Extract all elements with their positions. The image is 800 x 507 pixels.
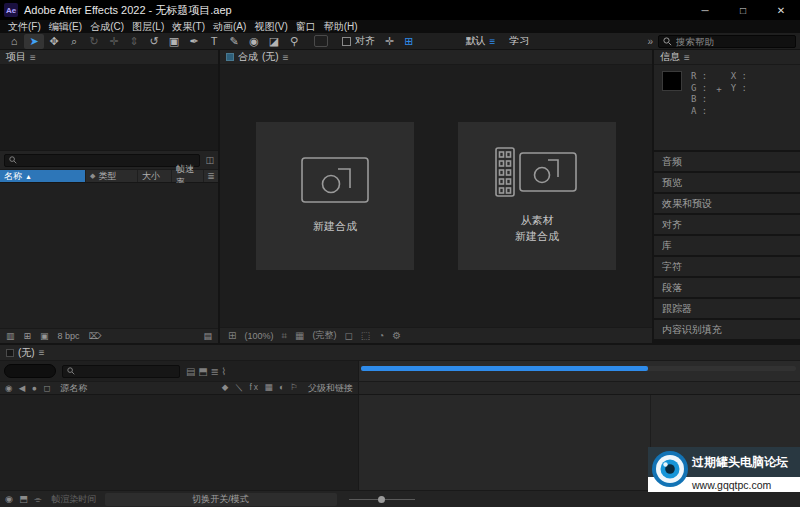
dolly-camera-tool-icon[interactable]: ⇕ (124, 34, 144, 49)
snap-icon[interactable]: ✛ (385, 35, 394, 48)
pen-tool-icon[interactable]: ✒ (184, 34, 204, 49)
info-tab[interactable]: 信息 ≡ (654, 50, 800, 65)
rotation-tool-icon[interactable]: ↺ (144, 34, 164, 49)
new-composition-button[interactable]: 新建合成 (256, 122, 414, 270)
safe-margins-icon[interactable]: ⌗ (281, 330, 287, 342)
layer-list-area[interactable] (0, 395, 358, 490)
timeline-tab[interactable]: (无) ≡ (0, 345, 800, 361)
sidebar-panel-content-aware-fill[interactable]: 内容识别填充 (654, 320, 800, 339)
menu-effect[interactable]: 效果(T) (168, 20, 209, 33)
timeline-controls-left: ▤ ⬒ ≣ ⌇ (0, 361, 358, 381)
timeline-scrollbar[interactable] (361, 366, 648, 371)
sidebar-panel-preview[interactable]: 预览 (654, 173, 800, 192)
timeline-view-option-icons[interactable]: ▤ ⬒ ≣ ⌇ (186, 366, 227, 377)
timeline-search-box[interactable] (62, 365, 180, 378)
zoom-slider-thumb[interactable] (378, 496, 385, 503)
align-checkbox[interactable] (342, 37, 351, 46)
minimize-button[interactable]: ─ (686, 0, 724, 20)
brush-tool-icon[interactable]: ✎ (224, 34, 244, 49)
app-icon[interactable]: Ae (4, 3, 18, 17)
info-panel-menu-icon[interactable]: ≡ (684, 52, 690, 63)
menu-animation[interactable]: 动画(A) (209, 20, 250, 33)
toggle-switches-modes-button[interactable]: 切换开关/模式 (105, 493, 337, 506)
composition-tab[interactable]: 合成 (无) ≡ (220, 50, 652, 65)
sidebar-panel-align[interactable]: 对齐 (654, 215, 800, 234)
source-name-column[interactable]: 源名称 (60, 382, 87, 395)
timeline-footer-icons[interactable]: ◉ ⬒ ⌯ (5, 494, 44, 505)
workspace-switcher[interactable]: 默认 ≡ (465, 34, 495, 48)
crosshair-icon: + (716, 84, 721, 144)
timeline-column-headers: ◉ ◀ ● ◻ 源名称 ◆ ＼ fx ▦ ◐ ⚐ 父级和链接 (0, 381, 800, 395)
menu-window[interactable]: 窗口 (292, 20, 320, 33)
menubar: 文件(F) 编辑(E) 合成(C) 图层(L) 效果(T) 动画(A) 视图(V… (0, 20, 800, 33)
region-of-interest-icon[interactable]: ⬚ (361, 330, 370, 341)
clone-stamp-tool-icon[interactable]: ◉ (244, 34, 264, 49)
timeline-ruler[interactable] (358, 382, 800, 394)
sidebar-panel-audio[interactable]: 音频 (654, 152, 800, 171)
sidebar-panel-libraries[interactable]: 库 (654, 236, 800, 255)
magnification-dropdown[interactable]: (100%) (244, 331, 273, 341)
camera-settings-icon[interactable]: ⚙ (392, 330, 401, 341)
maximize-button[interactable]: □ (724, 0, 762, 20)
help-search-input[interactable] (676, 36, 791, 47)
interpret-footage-icon[interactable]: ▥ (6, 331, 15, 341)
transparency-grid-icon[interactable]: ▦ (295, 330, 304, 341)
column-size[interactable]: 大小 (138, 170, 172, 182)
project-search-input[interactable] (20, 155, 195, 165)
delete-item-icon[interactable]: ⌦ (89, 331, 102, 341)
grid-icon[interactable]: ⊞ (404, 35, 413, 48)
parent-link-column[interactable]: 父级和链接 (308, 382, 353, 395)
menu-help[interactable]: 帮助(H) (320, 20, 362, 33)
timeline-search-input[interactable] (78, 366, 175, 376)
sidebar-panel-tracker[interactable]: 跟踪器 (654, 299, 800, 318)
eraser-tool-icon[interactable]: ◪ (264, 34, 284, 49)
home-tool-icon[interactable]: ⌂ (4, 34, 24, 49)
snapshot-icon[interactable]: ⊞ (228, 330, 236, 341)
column-frame-rate[interactable]: 帧速率 (172, 170, 204, 182)
new-composition-icon[interactable]: ▣ (40, 331, 49, 341)
orbit-camera-tool-icon[interactable]: ↻ (84, 34, 104, 49)
timeline-panel-menu-icon[interactable]: ≡ (39, 347, 45, 358)
project-item-list[interactable] (0, 183, 218, 328)
current-time-field[interactable] (4, 364, 56, 378)
toolbar-overflow-icon[interactable]: » (647, 36, 653, 47)
new-folder-icon[interactable]: ⊞ (24, 331, 32, 341)
exposure-icon[interactable]: ◔ (378, 330, 384, 341)
mask-visibility-icon[interactable]: ◻ (345, 330, 353, 341)
menu-view[interactable]: 视图(V) (250, 20, 291, 33)
flowchart-icon[interactable]: ▤ (203, 331, 212, 341)
sidebar-panel-character[interactable]: 字符 (654, 257, 800, 276)
hand-tool-icon[interactable]: ✥ (44, 34, 64, 49)
new-composition-from-footage-button[interactable]: 从素材 新建合成 (458, 122, 616, 270)
workspace-menu-icon[interactable]: ≡ (489, 36, 495, 47)
composition-panel-menu-icon[interactable]: ≡ (283, 52, 289, 63)
menu-file[interactable]: 文件(F) (4, 20, 45, 33)
column-name[interactable]: 名称 ▲ (0, 170, 86, 182)
selection-tool-icon[interactable]: ➤ (24, 34, 44, 49)
project-panel-menu-icon[interactable]: ≡ (30, 52, 36, 63)
timeline-scroll-track[interactable] (361, 366, 796, 371)
project-filter-icon[interactable]: ◫ (205, 155, 214, 165)
composition-tab-state: (无) (262, 50, 279, 64)
project-search-box[interactable] (4, 154, 200, 167)
menu-edit[interactable]: 编辑(E) (45, 20, 86, 33)
columns-menu-icon[interactable]: ≣ (204, 170, 218, 182)
puppet-tool-icon[interactable]: ⚲ (284, 34, 304, 49)
text-tool-icon[interactable]: T (204, 34, 224, 49)
sidebar-panel-effects-presets[interactable]: 效果和预设 (654, 194, 800, 213)
camera-tool-icon[interactable]: ▣ (164, 34, 184, 49)
workspace-learn[interactable]: 学习 (509, 34, 529, 48)
menu-composition[interactable]: 合成(C) (86, 20, 128, 33)
color-depth-button[interactable]: 8 bpc (58, 331, 80, 341)
timeline-zoom-slider[interactable] (349, 496, 415, 503)
column-name-label: 名称 (4, 170, 22, 183)
project-tab[interactable]: 项目 ≡ (0, 50, 218, 65)
zoom-tool-icon[interactable]: ⌕ (64, 34, 84, 49)
resolution-dropdown[interactable]: (完整) (313, 329, 337, 342)
menu-layer[interactable]: 图层(L) (128, 20, 168, 33)
help-search-box[interactable] (658, 35, 796, 48)
close-button[interactable]: ✕ (762, 0, 800, 20)
pan-camera-tool-icon[interactable]: ✛ (104, 34, 124, 49)
column-type[interactable]: ◆ 类型 (86, 170, 138, 182)
sidebar-panel-paragraph[interactable]: 段落 (654, 278, 800, 297)
